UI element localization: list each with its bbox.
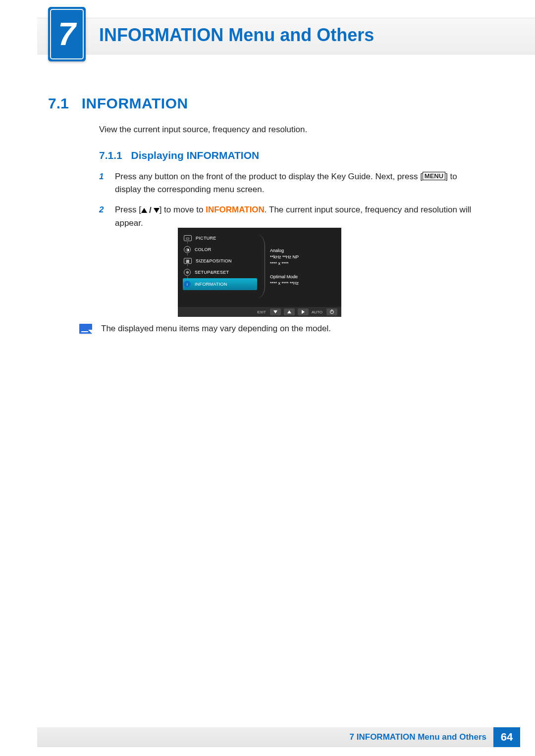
- osd-connector-curve: [258, 235, 265, 298]
- slash-icon: /: [149, 204, 152, 217]
- step-body: Press any button on the front of the pro…: [115, 170, 482, 197]
- section-number: 7.1: [48, 95, 69, 112]
- section-intro: View the current input source, frequency…: [99, 125, 307, 135]
- osd-info-line: Optimal Mode: [270, 274, 336, 280]
- osd-item-label: COLOR: [195, 247, 212, 252]
- osd-down-button-icon: [270, 308, 281, 315]
- osd-item-information-selected: i INFORMATION: [183, 278, 257, 290]
- osd-exit-label: EXIT: [257, 310, 267, 314]
- step-2: 2 Press [/] to move to INFORMATION. The …: [99, 203, 482, 230]
- osd-item-color: ◑ COLOR: [183, 244, 257, 255]
- triangle-down-icon: [154, 208, 160, 213]
- step-number: 2: [99, 203, 107, 230]
- osd-footer-bar: EXIT AUTO: [178, 307, 341, 317]
- step-body: Press [/] to move to INFORMATION. The cu…: [115, 203, 482, 230]
- color-icon: ◑: [184, 246, 191, 253]
- osd-item-sizeposition: ▦ SIZE&POSITION: [183, 255, 257, 266]
- page: 7 INFORMATION Menu and Others 7.1 INFORM…: [0, 0, 535, 756]
- osd-menu-list: ▭ PICTURE ◑ COLOR ▦ SIZE&POSITION ✲ SETU…: [183, 233, 257, 305]
- osd-item-label: SETUP&RESET: [195, 270, 229, 275]
- osd-power-button-icon: [326, 308, 337, 315]
- osd-info-line: Analog: [270, 248, 336, 254]
- chapter-number-badge: 7: [48, 7, 86, 61]
- spacer: [270, 267, 336, 274]
- step-1: 1 Press any button on the front of the p…: [99, 170, 482, 197]
- up-down-key-icon: /: [141, 204, 160, 217]
- page-footer: 7 INFORMATION Menu and Others 64: [37, 727, 520, 747]
- keyword-information: INFORMATION: [206, 205, 265, 214]
- menu-key-icon: MENU: [423, 172, 445, 180]
- step-text: Press [: [115, 205, 141, 214]
- page-number: 64: [493, 727, 520, 747]
- section-heading: 7.1 INFORMATION: [48, 95, 188, 112]
- note-row: The displayed menu items may vary depend…: [79, 324, 482, 334]
- osd-enter-button-icon: [298, 308, 309, 315]
- section-title: INFORMATION: [82, 95, 188, 112]
- note-icon: [79, 324, 92, 334]
- picture-icon: ▭: [184, 235, 192, 241]
- step-number: 1: [99, 170, 107, 197]
- chapter-number: 7: [48, 7, 86, 61]
- step-text: Press any button on the front of the pro…: [115, 172, 423, 181]
- information-icon: i: [184, 281, 191, 288]
- osd-info-line: **** x **** **Hz: [270, 280, 336, 287]
- osd-body: ▭ PICTURE ◑ COLOR ▦ SIZE&POSITION ✲ SETU…: [183, 233, 336, 305]
- setup-reset-icon: ✲: [184, 269, 191, 276]
- osd-item-setupreset: ✲ SETUP&RESET: [183, 266, 257, 278]
- subsection-number: 7.1.1: [99, 150, 122, 161]
- footer-chapter-label: 7 INFORMATION Menu and Others: [350, 732, 493, 742]
- triangle-up-icon: [141, 208, 147, 213]
- size-position-icon: ▦: [184, 258, 192, 264]
- osd-item-picture: ▭ PICTURE: [183, 233, 257, 244]
- subsection-heading: 7.1.1 Displaying INFORMATION: [99, 150, 259, 161]
- step-text: ] to move to: [160, 205, 206, 214]
- osd-info-line: **kHz **Hz NP: [270, 254, 336, 260]
- osd-item-label: INFORMATION: [195, 282, 227, 287]
- osd-info-line: **** x ****: [270, 260, 336, 267]
- chapter-title: INFORMATION Menu and Others: [99, 25, 374, 46]
- subsection-title: Displaying INFORMATION: [131, 150, 260, 161]
- osd-up-button-icon: [284, 308, 295, 315]
- osd-info-panel: Analog **kHz **Hz NP **** x **** Optimal…: [270, 248, 336, 287]
- osd-item-label: SIZE&POSITION: [196, 258, 232, 263]
- osd-auto-label: AUTO: [312, 310, 323, 314]
- osd-item-label: PICTURE: [196, 236, 216, 241]
- osd-screenshot: ▭ PICTURE ◑ COLOR ▦ SIZE&POSITION ✲ SETU…: [178, 228, 341, 317]
- note-text: The displayed menu items may vary depend…: [101, 324, 331, 334]
- steps-list: 1 Press any button on the front of the p…: [99, 170, 482, 237]
